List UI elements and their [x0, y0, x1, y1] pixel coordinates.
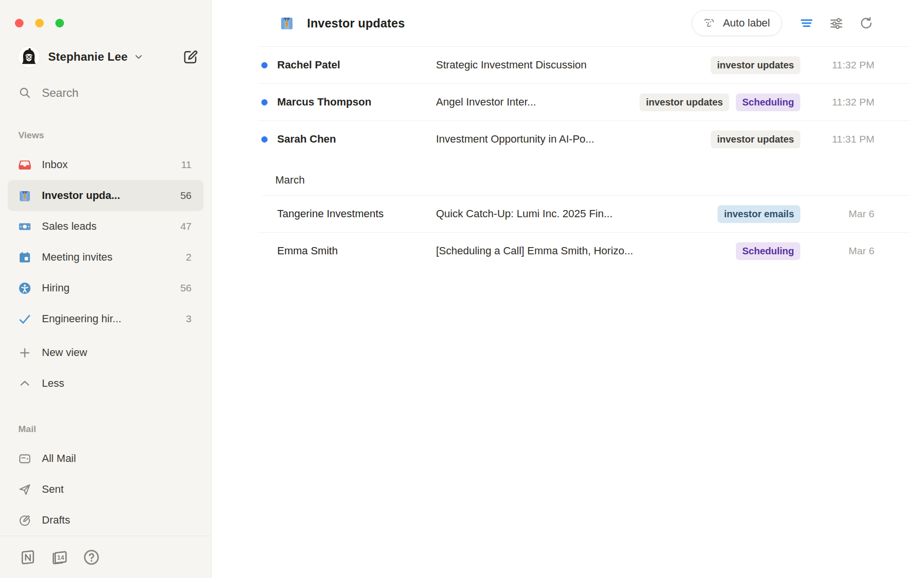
sidebar-item-label: Sent — [42, 483, 64, 496]
label-pill-investor-updates[interactable]: investor updates — [711, 56, 800, 74]
minimize-window-button[interactable] — [35, 19, 44, 27]
necktie-icon — [18, 189, 31, 202]
sidebar-item-count: 2 — [186, 251, 192, 263]
necktie-icon — [279, 15, 295, 31]
sidebar: Stephanie Lee Search Views — [0, 0, 212, 578]
auto-label-button[interactable]: Auto label — [692, 10, 782, 36]
sidebar-item-label: Sales leads — [42, 220, 97, 233]
email-time: 11:31 PM — [812, 133, 874, 145]
label-pill-investor-emails[interactable]: investor emails — [718, 205, 800, 223]
email-row-sarah-chen[interactable]: Sarah Chen Investment Opportunity in AI-… — [212, 121, 924, 158]
sidebar-item-sent[interactable]: Sent — [8, 474, 204, 505]
sidebar-footer: 14 — [0, 536, 211, 578]
email-tags: investor updates — [711, 56, 800, 74]
all-mail-icon — [18, 452, 31, 465]
date-group-header: March — [212, 158, 924, 195]
view-header: Investor updates Auto label — [212, 0, 924, 46]
sidebar-item-count: 56 — [180, 282, 192, 294]
page-title: Investor updates — [307, 16, 405, 30]
less-label: Less — [42, 377, 64, 390]
chevron-up-icon — [18, 377, 31, 390]
sidebar-item-investor-updates[interactable]: Investor upda... 56 — [8, 180, 204, 211]
calendar-icon — [18, 251, 31, 264]
search-placeholder: Search — [42, 86, 78, 100]
person-circle-icon — [18, 282, 31, 295]
sidebar-item-label: Inbox — [42, 158, 68, 171]
draft-pencil-icon — [18, 514, 31, 527]
sidebar-item-drafts[interactable]: Drafts — [8, 505, 204, 536]
sidebar-item-inbox[interactable]: Inbox 11 — [8, 149, 204, 180]
email-list: Rachel Patel Strategic Investment Discus… — [212, 46, 924, 578]
email-subject: Strategic Investment Discussion — [436, 59, 711, 71]
email-tags: investor emails — [718, 205, 800, 223]
compose-icon — [182, 49, 199, 65]
close-window-button[interactable] — [15, 19, 24, 27]
label-pill-scheduling[interactable]: Scheduling — [736, 242, 800, 260]
sidebar-item-count: 11 — [181, 159, 192, 171]
auto-label-face-icon — [702, 16, 716, 30]
checkmark-icon — [18, 313, 31, 326]
email-time: Mar 6 — [812, 245, 874, 257]
search-input[interactable]: Search — [18, 83, 202, 102]
email-subject: [Scheduling a Call] Emma Smith, Horizo..… — [436, 245, 736, 257]
compose-button[interactable] — [180, 46, 202, 68]
email-sender: Marcus Thompson — [277, 96, 436, 108]
sidebar-item-sales-leads[interactable]: Sales leads 47 — [8, 211, 204, 242]
email-row-rachel-patel[interactable]: Rachel Patel Strategic Investment Discus… — [212, 47, 924, 83]
inbox-tray-icon — [18, 158, 31, 171]
new-view-button[interactable]: New view — [8, 337, 204, 368]
email-sender: Sarah Chen — [277, 133, 436, 145]
email-time: 11:32 PM — [812, 59, 874, 71]
sidebar-item-label: All Mail — [42, 452, 76, 465]
email-subject: Investment Opportunity in AI-Po... — [436, 133, 711, 145]
less-button[interactable]: Less — [8, 368, 204, 399]
sidebar-item-meeting-invites[interactable]: Meeting invites 2 — [8, 242, 204, 273]
user-name: Stephanie Lee — [48, 50, 128, 64]
sidebar-item-label: Meeting invites — [42, 251, 113, 263]
email-sender: Rachel Patel — [277, 59, 436, 71]
paper-plane-icon — [18, 483, 31, 496]
mail-view: Investor updates Auto label — [212, 0, 924, 578]
avatar — [18, 46, 39, 67]
auto-label-button-label: Auto label — [723, 17, 770, 29]
date-group-label: March — [275, 174, 305, 186]
mail-list-nav: All Mail Sent Drafts — [0, 443, 211, 536]
email-row-marcus-thompson[interactable]: Marcus Thompson Angel Investor Inter... … — [212, 84, 924, 120]
views-section-label: Views — [18, 130, 211, 141]
sidebar-item-engineering-hiring[interactable]: Engineering hir... 3 — [8, 303, 204, 334]
zoom-window-button[interactable] — [55, 19, 64, 27]
email-tags: investor updates — [711, 131, 800, 148]
views-list: Inbox 11 Investor upda... 56 — [0, 149, 211, 399]
email-row-tangerine-investments[interactable]: Tangerine Investments Quick Catch-Up: Lu… — [212, 196, 924, 232]
refresh-icon[interactable] — [858, 15, 874, 31]
chevron-down-icon — [133, 52, 144, 62]
sidebar-item-label: Investor upda... — [42, 189, 120, 202]
label-pill-scheduling[interactable]: Scheduling — [736, 93, 800, 111]
account-switcher[interactable]: Stephanie Lee — [18, 46, 202, 68]
sidebar-item-label: Drafts — [42, 514, 70, 526]
search-icon — [18, 86, 31, 99]
sidebar-item-all-mail[interactable]: All Mail — [8, 443, 204, 474]
email-time: 11:32 PM — [812, 96, 874, 108]
plus-icon — [18, 346, 31, 359]
sidebar-item-count: 3 — [186, 313, 192, 325]
mail-section-label: Mail — [18, 424, 211, 434]
label-pill-investor-updates[interactable]: investor updates — [711, 131, 800, 148]
email-tags: investor updates Scheduling — [640, 93, 800, 111]
svg-text:14: 14 — [57, 554, 64, 561]
email-row-emma-smith[interactable]: Emma Smith [Scheduling a Call] Emma Smit… — [212, 233, 924, 269]
unread-indicator — [261, 62, 268, 68]
sidebar-item-count: 56 — [180, 190, 192, 201]
help-icon[interactable] — [83, 549, 100, 566]
unread-indicator — [261, 99, 268, 105]
new-view-label: New view — [42, 346, 87, 359]
label-pill-investor-updates[interactable]: investor updates — [640, 93, 729, 111]
sidebar-item-count: 47 — [180, 221, 192, 232]
filter-icon[interactable] — [798, 15, 815, 31]
email-sender: Emma Smith — [277, 245, 436, 257]
notion-logo-icon[interactable] — [19, 549, 37, 566]
sidebar-item-hiring[interactable]: Hiring 56 — [8, 273, 204, 303]
display-settings-icon[interactable] — [828, 15, 845, 31]
sidebar-item-label: Engineering hir... — [42, 313, 121, 325]
notion-calendar-icon[interactable]: 14 — [51, 549, 68, 566]
